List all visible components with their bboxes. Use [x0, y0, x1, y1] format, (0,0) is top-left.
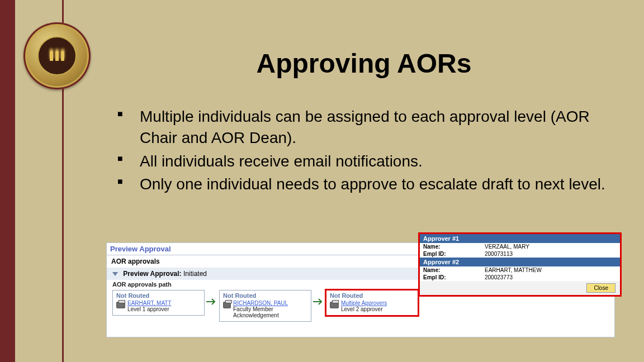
- emplid-label: Empl ID:: [423, 251, 485, 257]
- approval-step-2: Not Routed RICHARDSON, PAUL Faculty Memb…: [219, 290, 311, 322]
- emplid-value: 200023773: [485, 274, 513, 280]
- maroon-stripe: [0, 0, 15, 362]
- approver-header-2: Approver #2: [420, 258, 620, 266]
- flow-arrow: [205, 290, 219, 306]
- name-label: Name:: [423, 267, 485, 273]
- close-button[interactable]: Close: [586, 283, 615, 293]
- step-status: Not Routed: [116, 292, 201, 299]
- collapse-icon[interactable]: [112, 272, 118, 276]
- step-status: Not Routed: [223, 292, 307, 299]
- step-role: Level 2 approver: [341, 306, 383, 312]
- slide: Approving AORs Multiple individuals can …: [0, 0, 644, 362]
- step-role: Level 1 approver: [127, 306, 169, 312]
- emplid-label: Empl ID:: [423, 274, 485, 280]
- popup-footer: Close: [420, 281, 620, 295]
- step-approver-link[interactable]: RICHARDSON, PAUL: [233, 300, 307, 306]
- approval-step-3: Not Routed Multiple Approvers Level 2 ap…: [326, 290, 418, 316]
- university-seal: [23, 22, 91, 89]
- step-approver-link[interactable]: Multiple Approvers: [341, 300, 387, 306]
- name-value: VERZAAL, MARY: [485, 244, 529, 250]
- approver-icon: [223, 302, 231, 308]
- name-value: EARHART, MATTHEW: [485, 267, 542, 273]
- approver-icon: [330, 302, 339, 308]
- slide-title: Approving AORs: [106, 48, 622, 79]
- bullet-item: Only one individual needs to approve to …: [106, 174, 610, 195]
- name-label: Name:: [423, 244, 485, 250]
- seal-inner: [37, 36, 77, 75]
- bullet-list: Multiple individuals can be assigned to …: [106, 106, 610, 197]
- step-role: Faculty Member Acknowledgement: [233, 306, 279, 318]
- preview-status-value: Initiated: [183, 270, 207, 278]
- step-approver-link[interactable]: EARHART, MATT: [127, 300, 172, 306]
- approvers-popup: Approver #1 Name: VERZAAL, MARY Empl ID:…: [418, 232, 622, 297]
- flow-arrow: [311, 290, 326, 306]
- emplid-value: 200073113: [485, 251, 513, 257]
- bullet-item: All individuals receive email notificati…: [106, 151, 610, 172]
- preview-status-label: Preview Approval:: [123, 270, 181, 278]
- approver-header-1: Approver #1: [420, 234, 620, 243]
- approver-icon: [116, 302, 125, 308]
- approval-step-1: Not Routed EARHART, MATT Level 1 approve…: [112, 290, 205, 316]
- bullet-item: Multiple individuals can be assigned to …: [106, 106, 610, 149]
- step-status: Not Routed: [330, 292, 414, 299]
